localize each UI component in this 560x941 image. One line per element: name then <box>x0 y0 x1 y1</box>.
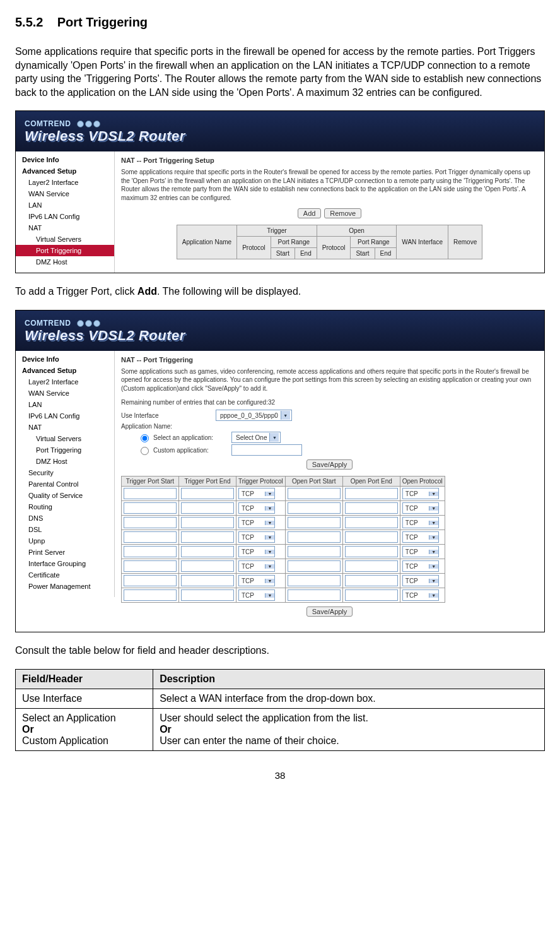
sidebar-item[interactable]: Routing <box>16 501 114 512</box>
sidebar-item[interactable]: IPv6 LAN Config <box>16 211 114 222</box>
protocol-select[interactable]: TCP▼ <box>238 517 275 528</box>
remove-button[interactable]: Remove <box>324 208 361 218</box>
add-instr-post: . The following will be displayed. <box>157 286 301 297</box>
custom-application-radio[interactable] <box>141 447 149 455</box>
port-input[interactable] <box>288 546 341 557</box>
protocol-select[interactable]: TCP▼ <box>238 575 275 586</box>
protocol-select[interactable]: TCP▼ <box>402 589 439 601</box>
sidebar-item[interactable]: Advanced Setup <box>16 165 114 177</box>
port-input[interactable] <box>345 589 398 601</box>
port-input[interactable] <box>181 488 234 499</box>
sidebar-item[interactable]: NAT <box>16 222 114 234</box>
banner-leds-icon <box>77 121 100 127</box>
sidebar-item[interactable]: DMZ Host <box>16 256 114 268</box>
save-apply-button[interactable]: Save/Apply <box>306 459 353 470</box>
port-input[interactable] <box>288 575 341 586</box>
sidebar-item[interactable]: Device Info <box>16 154 114 165</box>
protocol-select[interactable]: TCP▼ <box>238 589 275 601</box>
port-input[interactable] <box>124 517 177 528</box>
port-input[interactable] <box>288 560 341 572</box>
sidebar-item[interactable]: Layer2 Interface <box>16 376 114 388</box>
chevron-down-icon: ▼ <box>429 521 438 525</box>
port-input[interactable] <box>288 517 341 528</box>
content-title: NAT -- Port Triggering Setup <box>121 157 538 164</box>
select-application-dropdown[interactable]: Select One ▼ <box>231 432 281 443</box>
port-input[interactable] <box>181 546 234 557</box>
protocol-select[interactable]: TCP▼ <box>238 502 275 514</box>
port-input[interactable] <box>345 546 398 557</box>
protocol-select[interactable]: TCP▼ <box>402 560 439 572</box>
port-input[interactable] <box>124 575 177 586</box>
port-input[interactable] <box>181 531 234 543</box>
protocol-select[interactable]: TCP▼ <box>402 502 439 514</box>
protocol-select[interactable]: TCP▼ <box>402 546 439 557</box>
sidebar-item[interactable]: DNS <box>16 512 114 524</box>
port-input[interactable] <box>181 517 234 528</box>
sidebar-item[interactable]: WAN Service <box>16 388 114 399</box>
port-config-grid: Trigger Port Start Trigger Port End Trig… <box>121 476 445 603</box>
protocol-select[interactable]: TCP▼ <box>238 488 275 499</box>
th-open-proto: Protocol <box>317 237 351 259</box>
port-input[interactable] <box>181 502 234 514</box>
port-input[interactable] <box>288 502 341 514</box>
port-input[interactable] <box>345 531 398 543</box>
sidebar-item[interactable]: Print Server <box>16 547 114 558</box>
sidebar-item[interactable]: Port Triggering <box>16 245 114 256</box>
protocol-select[interactable]: TCP▼ <box>238 560 275 572</box>
use-interface-value: pppoe_0_0_35/ppp0 <box>218 412 281 419</box>
use-interface-select[interactable]: pppoe_0_0_35/ppp0 ▼ <box>216 410 292 421</box>
port-input[interactable] <box>181 575 234 586</box>
page-number: 38 <box>15 770 545 781</box>
sidebar-item[interactable]: Device Info <box>16 353 114 365</box>
save-apply-button[interactable]: Save/Apply <box>306 607 353 617</box>
sidebar-item[interactable]: Power Management <box>16 581 114 592</box>
port-input[interactable] <box>345 488 398 499</box>
th-open-range: Port Range <box>351 237 397 248</box>
sidebar-item[interactable]: Port Triggering <box>16 444 114 456</box>
port-input[interactable] <box>124 589 177 601</box>
port-input[interactable] <box>181 589 234 601</box>
sidebar-item[interactable]: Virtual Servers <box>16 234 114 245</box>
add-button[interactable]: Add <box>298 208 322 218</box>
protocol-select[interactable]: TCP▼ <box>238 531 275 543</box>
sidebar-item[interactable]: DMZ Host <box>16 456 114 467</box>
sidebar-item[interactable]: Layer2 Interface <box>16 177 114 188</box>
th-app-name: Application Name <box>177 225 236 259</box>
th-open-start: Start <box>351 248 375 259</box>
sidebar-item[interactable]: Parental Control <box>16 478 114 490</box>
protocol-select[interactable]: TCP▼ <box>402 575 439 586</box>
port-input[interactable] <box>288 488 341 499</box>
sidebar-item[interactable]: Interface Grouping <box>16 558 114 569</box>
sidebar-item[interactable]: IPv6 LAN Config <box>16 410 114 422</box>
protocol-select[interactable]: TCP▼ <box>238 546 275 557</box>
sidebar-item[interactable]: Virtual Servers <box>16 433 114 444</box>
sidebar-item[interactable]: Upnp <box>16 535 114 547</box>
port-input[interactable] <box>288 589 341 601</box>
sidebar-item[interactable]: WAN Service <box>16 188 114 199</box>
port-input[interactable] <box>124 502 177 514</box>
port-input[interactable] <box>124 488 177 499</box>
port-input[interactable] <box>124 560 177 572</box>
port-input[interactable] <box>345 560 398 572</box>
protocol-select[interactable]: TCP▼ <box>402 531 439 543</box>
custom-application-input[interactable] <box>231 444 302 456</box>
port-input[interactable] <box>124 546 177 557</box>
port-input[interactable] <box>345 517 398 528</box>
port-input[interactable] <box>181 560 234 572</box>
select-application-radio[interactable] <box>141 434 149 442</box>
sidebar-item[interactable]: Quality of Service <box>16 490 114 501</box>
port-input[interactable] <box>345 575 398 586</box>
sidebar-item[interactable]: LAN <box>16 199 114 211</box>
sidebar-item[interactable]: DSL <box>16 524 114 535</box>
select-app-value: Select One <box>233 434 269 441</box>
port-input[interactable] <box>124 531 177 543</box>
sidebar-item[interactable]: Certificate <box>16 569 114 581</box>
sidebar-item[interactable]: Security <box>16 467 114 478</box>
protocol-select[interactable]: TCP▼ <box>402 488 439 499</box>
protocol-select[interactable]: TCP▼ <box>402 517 439 528</box>
port-input[interactable] <box>288 531 341 543</box>
sidebar-item[interactable]: NAT <box>16 422 114 433</box>
sidebar-item[interactable]: Advanced Setup <box>16 365 114 376</box>
port-input[interactable] <box>345 502 398 514</box>
sidebar-item[interactable]: LAN <box>16 399 114 410</box>
